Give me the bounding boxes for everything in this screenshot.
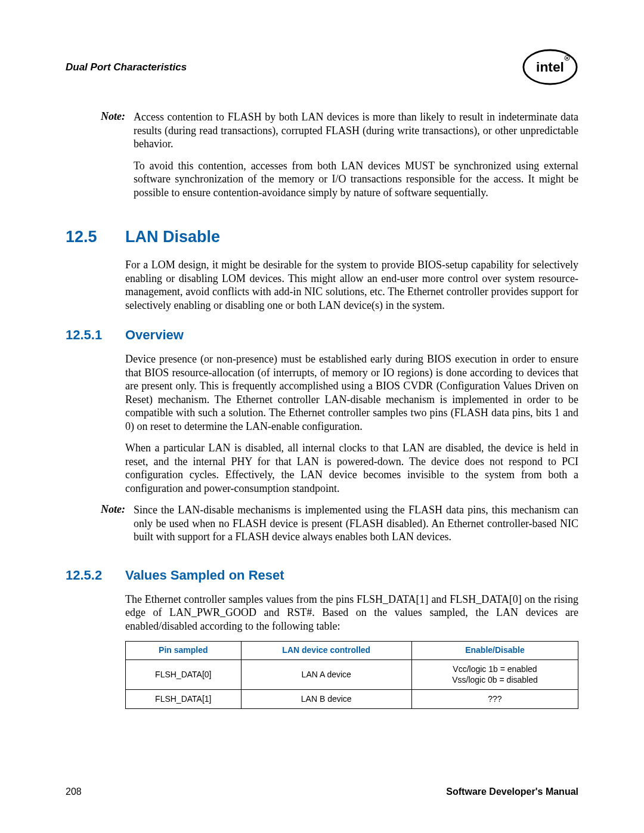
heading-title: LAN Disable <box>125 228 220 246</box>
table-cell: FLSH_DATA[1] <box>126 690 242 709</box>
table-cell: LAN B device <box>241 690 411 709</box>
heading-12-5: 12.5 LAN Disable <box>66 228 578 246</box>
note-label: Note: <box>66 503 134 552</box>
heading-number: 12.5.2 <box>66 568 125 583</box>
note2-para1: Since the LAN-disable mechanisms is impl… <box>134 503 578 544</box>
table-cell: ??? <box>411 690 578 709</box>
heading-title: Overview <box>125 327 184 343</box>
intel-logo: intel <box>522 48 578 86</box>
sec-12-5-1-para1: Device presence (or non-presence) must b… <box>125 352 578 433</box>
table-header: LAN device controlled <box>241 642 411 660</box>
table-row: FLSH_DATA[0] LAN A device Vcc/logic 1b =… <box>126 659 578 690</box>
sec-12-5-1-para2: When a particular LAN is disabled, all i… <box>125 441 578 495</box>
page-footer: 208 Software Developer's Manual <box>66 786 578 797</box>
note1-para2: To avoid this contention, accesses from … <box>134 159 578 200</box>
sec-12-5-2-para: The Ethernet controller samples values f… <box>125 593 578 633</box>
header-title: Dual Port Characteristics <box>66 61 187 73</box>
heading-number: 12.5.1 <box>66 327 125 343</box>
table-row: FLSH_DATA[1] LAN B device ??? <box>126 690 578 709</box>
heading-title: Values Sampled on Reset <box>125 568 284 583</box>
table-header: Enable/Disable <box>411 642 578 660</box>
svg-text:intel: intel <box>536 59 564 75</box>
heading-12-5-1: 12.5.1 Overview <box>66 327 578 343</box>
svg-point-2 <box>566 57 568 59</box>
note-block-1: Note: Access contention to FLASH by both… <box>66 110 578 208</box>
note-block-2: Note: Since the LAN-disable mechanisms i… <box>66 503 578 552</box>
footer-title: Software Developer's Manual <box>446 786 578 797</box>
page-header: Dual Port Characteristics intel <box>66 48 578 86</box>
page-number: 208 <box>66 786 82 797</box>
note-label: Note: <box>66 110 134 208</box>
note1-para1: Access contention to FLASH by both LAN d… <box>134 110 578 151</box>
heading-12-5-2: 12.5.2 Values Sampled on Reset <box>66 568 578 583</box>
sec-12-5-para: For a LOM design, it might be desirable … <box>125 258 578 312</box>
reset-values-table: Pin sampled LAN device controlled Enable… <box>125 641 578 709</box>
table-cell: FLSH_DATA[0] <box>126 659 242 690</box>
table-cell: LAN A device <box>241 659 411 690</box>
table-cell: Vcc/logic 1b = enabledVss/logic 0b = dis… <box>411 659 578 690</box>
table-header: Pin sampled <box>126 642 242 660</box>
heading-number: 12.5 <box>66 228 125 246</box>
